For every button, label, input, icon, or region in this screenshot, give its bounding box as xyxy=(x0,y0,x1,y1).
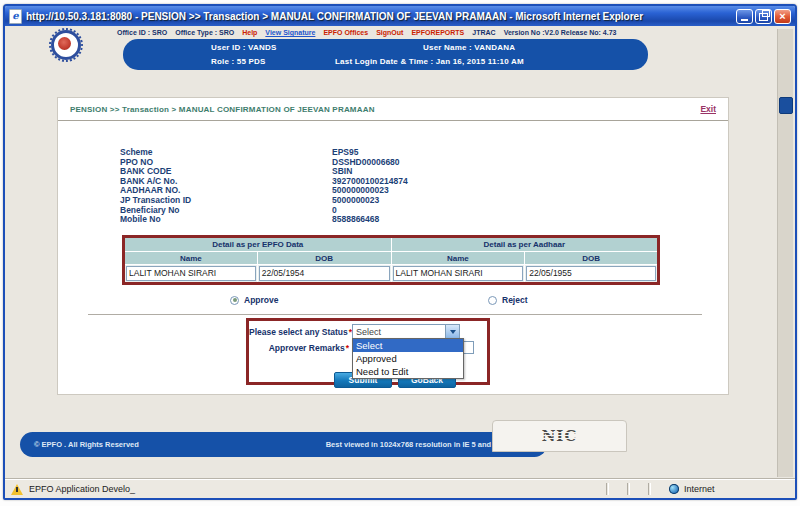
content-panel: PENSION >> Transaction > MANUAL CONFIRMA… xyxy=(57,97,729,395)
browser-window: e http://10.50.3.181:8080 - PENSION >> T… xyxy=(3,4,797,500)
menu-epfo-offices[interactable]: EPFO Offices xyxy=(323,29,368,36)
col-dob-aadhaar: DOB xyxy=(525,252,659,265)
close-button[interactable]: × xyxy=(774,9,791,24)
status-label: Please select any Status* xyxy=(249,327,349,337)
footer-bar: © EPFO . All Rights Reserved Best viewed… xyxy=(20,432,547,457)
epfo-data-header: Detail as per EPFO Data xyxy=(124,237,392,252)
table-row: LALIT MOHAN SIRARI 22/05/1954 LALIT MOHA… xyxy=(124,265,659,284)
aadhaar-name-field[interactable]: LALIT MOHAN SIRARI xyxy=(393,266,524,281)
office-type-label: Office Type : SRO xyxy=(175,29,234,36)
col-name-aadhaar: Name xyxy=(391,252,525,265)
statusbar-separator xyxy=(606,483,609,495)
restore-icon xyxy=(759,13,768,21)
user-id: User ID : VANDS xyxy=(211,43,277,52)
detail-label: Mobile No xyxy=(120,215,332,225)
menu-epforeports[interactable]: EPFOREPORTS xyxy=(411,29,464,36)
aadhaar-data-header: Detail as per Aadhaar xyxy=(391,237,659,252)
vertical-scrollbar[interactable] xyxy=(777,29,793,477)
section-divider xyxy=(88,314,702,315)
version-label: Version No :V2.0 Release No: 4.73 xyxy=(504,29,617,36)
table-column-header: Name DOB Name DOB xyxy=(124,252,659,265)
decision-row: Approve Reject xyxy=(58,295,728,309)
detail-value: 8588866468 xyxy=(332,215,379,225)
top-menu: Office ID : SRO Office Type : SRO Help V… xyxy=(117,29,677,36)
reject-label: Reject xyxy=(502,295,528,305)
statusbar-separator xyxy=(648,483,651,495)
aadhaar-dob-field[interactable]: 22/05/1955 xyxy=(526,266,656,281)
office-id-label: Office ID : SRO xyxy=(117,29,167,36)
breadcrumb-row: PENSION >> Transaction > MANUAL CONFIRMA… xyxy=(58,98,728,121)
restore-button[interactable] xyxy=(755,9,772,24)
best-viewed-text: Best viewed in 1024x768 resolution in IE… xyxy=(326,440,517,449)
detail-row: Mobile No8588866468 xyxy=(120,215,408,225)
required-marker: * xyxy=(346,343,349,353)
status-select-value: Select xyxy=(353,327,445,337)
title-bar: e http://10.50.3.181:8080 - PENSION >> T… xyxy=(5,6,795,26)
remarks-label: Approver Remarks* xyxy=(249,343,349,353)
breadcrumb: PENSION >> Transaction > MANUAL CONFIRMA… xyxy=(70,105,375,114)
col-name-epfo: Name xyxy=(124,252,258,265)
nic-logo-tab: NIC xyxy=(492,420,627,452)
detail-value: 5000000023 xyxy=(332,196,379,206)
col-dob-epfo: DOB xyxy=(257,252,391,265)
scrollbar-thumb[interactable] xyxy=(779,97,793,114)
radio-selected-icon xyxy=(230,296,239,305)
user-info-band: User ID : VANDS User Name : VANDANA Role… xyxy=(123,39,648,70)
reject-radio[interactable]: Reject xyxy=(488,295,528,305)
exit-link[interactable]: Exit xyxy=(700,104,716,114)
pension-details: SchemeEPS95 PPO NODSSHD00006680 BANK COD… xyxy=(120,148,408,225)
status-form: Please select any Status* Select Approve… xyxy=(246,318,490,385)
approve-label: Approve xyxy=(244,295,278,305)
table-group-header: Detail as per EPFO Data Detail as per Aa… xyxy=(124,237,659,252)
epfo-logo-core xyxy=(58,37,71,50)
status-select-row: Please select any Status* Select xyxy=(249,324,460,339)
epfo-dob-field[interactable]: 22/05/1954 xyxy=(259,266,390,281)
menu-help[interactable]: Help xyxy=(242,29,257,36)
statusbar-separator xyxy=(627,483,630,495)
page-viewport: Office ID : SRO Office Type : SRO Help V… xyxy=(5,26,795,480)
menu-view-signature[interactable]: View Signature xyxy=(265,29,315,36)
internet-globe-icon xyxy=(669,484,679,494)
status-option-need-to-edit[interactable]: Need to Edit xyxy=(353,365,463,378)
minimize-button[interactable] xyxy=(736,9,753,24)
copyright-text: © EPFO . All Rights Reserved xyxy=(34,440,139,449)
status-select[interactable]: Select xyxy=(352,324,460,339)
ie-page-icon: e xyxy=(9,9,22,24)
status-option-select[interactable]: Select xyxy=(353,339,463,352)
statusbar-text: EPFO Application Develo_ xyxy=(29,484,135,494)
user-name: User Name : VANDANA xyxy=(423,43,515,52)
epfo-name-field[interactable]: LALIT MOHAN SIRARI xyxy=(126,266,256,281)
minimize-icon xyxy=(741,19,748,21)
chevron-down-icon[interactable] xyxy=(445,325,459,338)
window-controls: × xyxy=(736,9,791,24)
status-dropdown-list: Select Approved Need to Edit xyxy=(352,338,464,379)
radio-unselected-icon xyxy=(488,296,497,305)
nic-logo-stripes xyxy=(542,427,578,445)
status-option-approved[interactable]: Approved xyxy=(353,352,463,365)
last-login: Last Login Date & Time : Jan 16, 2015 11… xyxy=(335,57,524,66)
status-bar: EPFO Application Develo_ Internet xyxy=(5,479,795,498)
epfo-logo-icon xyxy=(51,30,81,60)
window-title: http://10.50.3.181:8080 - PENSION >> Tra… xyxy=(26,11,732,22)
user-role: Role : 55 PDS xyxy=(211,57,266,66)
approve-radio[interactable]: Approve xyxy=(230,295,278,305)
page-alert-icon xyxy=(11,484,23,495)
internet-zone-label: Internet xyxy=(684,484,715,494)
menu-signout[interactable]: SignOut xyxy=(376,29,403,36)
menu-jtrac[interactable]: JTRAC xyxy=(472,29,495,36)
comparison-table: Detail as per EPFO Data Detail as per Aa… xyxy=(122,235,660,285)
internet-zone: Internet xyxy=(669,484,789,494)
